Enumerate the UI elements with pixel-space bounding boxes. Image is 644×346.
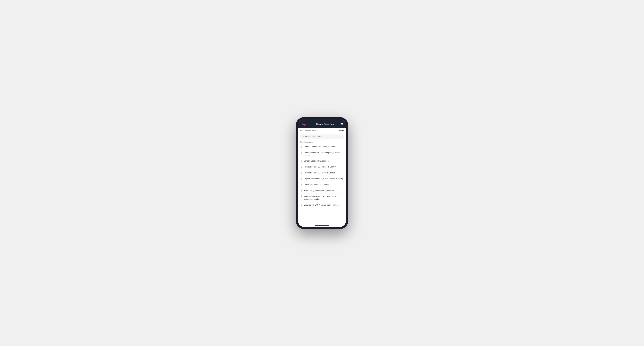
location-pin-icon: [300, 195, 302, 198]
course-name: Roehampton Club - Roehampton, Greater Lo…: [304, 152, 344, 157]
course-name: Royal Wimbledon GC, Great London Authori…: [304, 177, 343, 180]
app-logo: clippd: [301, 123, 310, 126]
list-item[interactable]: Central London Golf Centre, London: [298, 144, 346, 150]
list-item[interactable]: North Middlesex GC (1011942 - North Midd…: [298, 194, 346, 202]
list-item[interactable]: Roehampton Club - Roehampton, Greater Lo…: [298, 150, 346, 158]
list-item[interactable]: Dukes Meadows GC, London: [298, 182, 346, 188]
location-pin-icon: [300, 178, 302, 180]
list-item[interactable]: London Scottish GC, London: [298, 158, 346, 164]
course-list: Central London Golf Centre, London Roeha…: [298, 144, 346, 224]
list-item[interactable]: Richmond Park GC - Prince's, Surrey: [298, 164, 346, 170]
menu-icon[interactable]: [340, 123, 343, 125]
svg-point-0: [302, 136, 304, 137]
list-item[interactable]: Royal Wimbledon GC, Great London Authori…: [298, 176, 346, 182]
phone-frame: clippd Recent Searches Find a Golf Cours…: [296, 117, 348, 229]
nearby-section-label: Nearby courses: [298, 140, 346, 144]
course-name: North Middlesex GC (1011942 - North Midd…: [304, 195, 344, 200]
find-header: Find a Golf Course Cancel: [298, 128, 346, 133]
location-pin-icon: [300, 160, 302, 162]
course-name: Coombe Hill GC, Kingston upon Thames: [304, 204, 339, 206]
location-pin-icon: [300, 152, 302, 154]
list-item[interactable]: Coombe Hill GC, Kingston upon Thames: [298, 202, 346, 208]
course-name: Dukes Meadows GC, London: [304, 183, 329, 186]
app-header: clippd Recent Searches: [298, 121, 346, 128]
list-item[interactable]: Brent Valley Municipal GC, London: [298, 188, 346, 194]
search-bar-wrap: [298, 133, 346, 140]
location-pin-icon: [300, 183, 302, 186]
cancel-button[interactable]: Cancel: [338, 129, 344, 132]
location-pin-icon: [300, 172, 302, 174]
course-name: Richmond Park GC - Duke's, London: [304, 172, 336, 174]
location-pin-icon: [300, 189, 302, 192]
search-bar: [300, 135, 344, 139]
svg-line-1: [304, 137, 304, 137]
phone-screen: clippd Recent Searches Find a Golf Cours…: [298, 119, 346, 227]
content-area: Find a Golf Course Cancel Nearby courses: [298, 128, 346, 224]
location-pin-icon: [300, 204, 302, 206]
search-icon: [302, 136, 304, 138]
location-pin-icon: [300, 146, 302, 148]
course-name: Central London Golf Centre, London: [304, 146, 335, 148]
course-name: London Scottish GC, London: [304, 160, 328, 162]
list-item[interactable]: Richmond Park GC - Duke's, London: [298, 170, 346, 176]
status-bar: [298, 119, 346, 121]
course-name: Brent Valley Municipal GC, London: [304, 189, 334, 192]
location-pin-icon: [300, 166, 302, 168]
search-input[interactable]: [305, 136, 342, 138]
header-title: Recent Searches: [316, 123, 334, 126]
home-indicator: [298, 224, 346, 227]
find-label: Find a Golf Course: [300, 129, 316, 132]
course-name: Richmond Park GC - Prince's, Surrey: [304, 166, 336, 168]
home-bar: [315, 225, 329, 226]
